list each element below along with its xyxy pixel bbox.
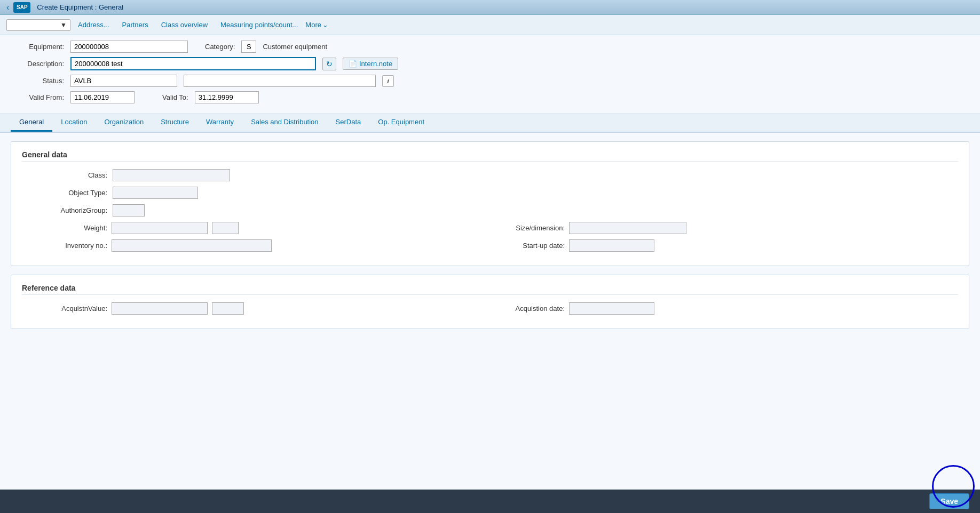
content-area: General data Class: Object Type: Authori… (0, 133, 980, 502)
bottom-bar: Save (0, 490, 980, 513)
size-dimension-label: Size/dimension: (501, 224, 565, 232)
object-type-input[interactable] (113, 187, 198, 199)
status-row: Status: i (11, 75, 969, 87)
inventory-no-label: Inventory no.: (22, 242, 107, 250)
authoriz-group-input[interactable] (113, 204, 145, 217)
equipment-row: Equipment: Category: Customer equipment (11, 41, 969, 53)
tab-serdata[interactable]: SerData (327, 114, 370, 132)
category-input[interactable] (241, 41, 256, 53)
acquistn-row: AcquistnValue: Acquistion date: (22, 302, 958, 315)
reference-data-section: Reference data AcquistnValue: Acquistion… (11, 275, 969, 329)
description-label: Description: (11, 60, 64, 68)
back-button[interactable]: ‹ (6, 3, 9, 12)
page-title: Create Equipment : General (37, 3, 123, 11)
general-data-title: General data (22, 150, 958, 162)
category-label: Category: (205, 43, 235, 51)
authoriz-group-label: AuthorizGroup: (22, 206, 107, 214)
class-overview-button[interactable]: Class overview (156, 19, 213, 31)
title-bar: ‹ SAP Create Equipment : General (0, 0, 980, 15)
toolbar-dropdown[interactable]: ▼ (6, 19, 70, 31)
class-row: Class: (22, 169, 958, 181)
note-icon: 📄 (349, 60, 357, 68)
description-row: Description: ↻ 📄 Intern.note (11, 57, 969, 70)
weight-size-row: Weight: Size/dimension: (22, 222, 958, 234)
general-data-section: General data Class: Object Type: Authori… (11, 141, 969, 266)
acquistn-unit-input[interactable] (212, 302, 244, 315)
startup-date-label: Start-up date: (501, 242, 565, 250)
tab-warranty[interactable]: Warranty (197, 114, 242, 132)
weight-label: Weight: (22, 224, 107, 232)
validity-row: Valid From: Valid To: (11, 91, 969, 103)
size-dimension-input[interactable] (569, 222, 686, 234)
description-input[interactable] (70, 57, 316, 70)
tab-location[interactable]: Location (52, 114, 96, 132)
tab-general[interactable]: General (11, 114, 52, 132)
object-type-label: Object Type: (22, 189, 107, 197)
tab-structure[interactable]: Structure (152, 114, 197, 132)
startup-date-input[interactable] (569, 239, 654, 252)
valid-from-input[interactable] (70, 91, 135, 103)
status-info-button[interactable]: i (382, 75, 394, 87)
reference-data-title: Reference data (22, 284, 958, 295)
tabs-bar: General Location Organization Structure … (0, 114, 980, 133)
more-menu[interactable]: More ⌄ (305, 21, 328, 29)
info-icon: i (387, 78, 389, 84)
intern-note-button[interactable]: 📄 Intern.note (343, 58, 398, 70)
tab-sales-distribution[interactable]: Sales and Distribution (242, 114, 327, 132)
save-button[interactable]: Save (929, 493, 969, 509)
inventory-startup-row: Inventory no.: Start-up date: (22, 239, 958, 252)
sap-logo: SAP (13, 2, 30, 13)
tab-organization[interactable]: Organization (96, 114, 152, 132)
partners-button[interactable]: Partners (117, 19, 154, 31)
acquistion-date-label: Acquistion date: (501, 304, 565, 312)
acquistn-value-label: AcquistnValue: (22, 304, 107, 312)
acquistn-value-input[interactable] (112, 302, 208, 315)
category-text: Customer equipment (263, 43, 327, 51)
class-input[interactable] (113, 169, 230, 181)
status-extra-input[interactable] (184, 75, 376, 87)
edit-icon: ↻ (326, 60, 333, 68)
acquistion-date-input[interactable] (569, 302, 654, 315)
form-header: Equipment: Category: Customer equipment … (0, 35, 980, 114)
description-edit-button[interactable]: ↻ (322, 58, 336, 70)
address-button[interactable]: Address... (73, 19, 115, 31)
valid-to-label: Valid To: (162, 93, 188, 101)
tab-op-equipment[interactable]: Op. Equipment (369, 114, 433, 132)
valid-from-label: Valid From: (11, 93, 64, 101)
equipment-input[interactable] (70, 41, 188, 53)
valid-to-input[interactable] (195, 91, 259, 103)
class-label: Class: (22, 171, 107, 179)
status-input[interactable] (70, 75, 177, 87)
authoriz-group-row: AuthorizGroup: (22, 204, 958, 217)
weight-input[interactable] (112, 222, 208, 234)
weight-unit-input[interactable] (212, 222, 239, 234)
status-label: Status: (11, 77, 64, 85)
chevron-down-icon: ▼ (60, 21, 67, 29)
chevron-down-icon: ⌄ (322, 21, 328, 29)
inventory-no-input[interactable] (112, 239, 272, 252)
toolbar: ▼ Address... Partners Class overview Mea… (0, 15, 980, 35)
equipment-label: Equipment: (11, 43, 64, 51)
object-type-row: Object Type: (22, 187, 958, 199)
measuring-points-button[interactable]: Measuring points/count... (215, 19, 303, 31)
